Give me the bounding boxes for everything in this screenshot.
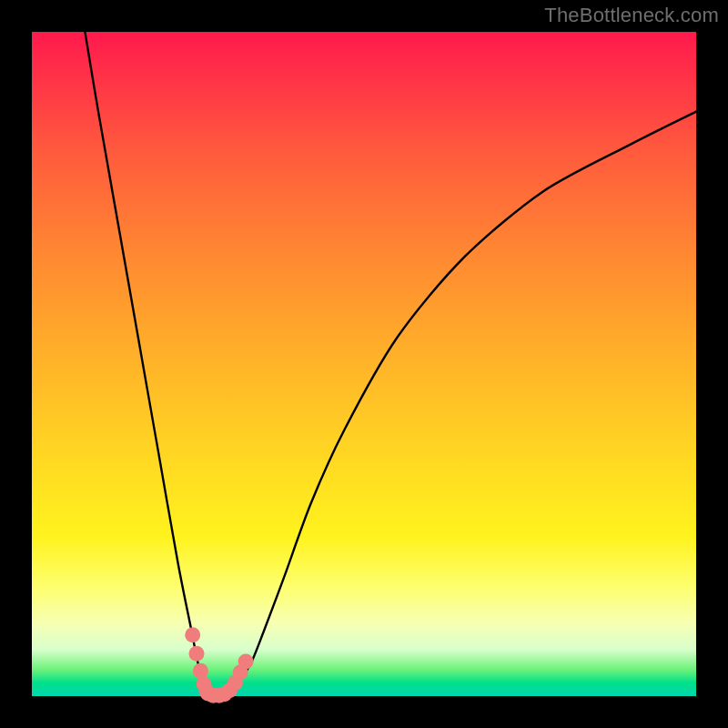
chart-frame: TheBottleneck.com — [0, 0, 728, 728]
curve-markers — [185, 627, 253, 703]
watermark-text: TheBottleneck.com — [544, 4, 719, 27]
marker-dot — [189, 646, 205, 662]
marker-dot — [193, 663, 208, 679]
bottleneck-curve — [85, 32, 696, 696]
marker-dot — [238, 654, 254, 670]
chart-svg — [32, 32, 696, 696]
marker-dot — [222, 682, 238, 698]
marker-dot — [185, 627, 200, 642]
chart-plot-area — [32, 32, 696, 696]
